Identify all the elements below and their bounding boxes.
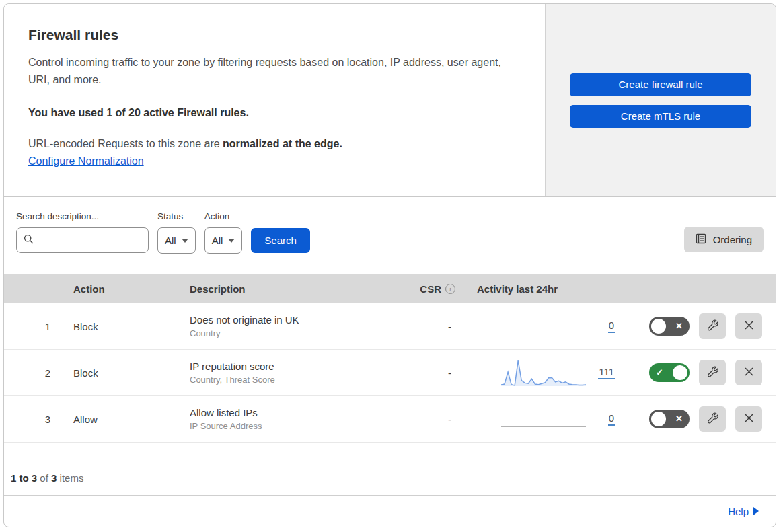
ordering-button[interactable]: Ordering xyxy=(684,227,764,252)
close-icon xyxy=(744,413,754,425)
rule-description: Does not originate in UK xyxy=(190,314,401,326)
rule-description-cell: IP reputation score Country, Threat Scor… xyxy=(179,360,401,385)
rule-number: 3 xyxy=(4,414,61,425)
delete-rule-button[interactable] xyxy=(735,360,762,385)
search-icon xyxy=(24,234,34,247)
enable-toggle[interactable]: ✕ xyxy=(649,410,690,428)
rule-criteria: Country, Threat Score xyxy=(190,375,401,385)
normalization-prefix: URL-encoded Requests to this zone are xyxy=(28,138,223,149)
list-document-icon xyxy=(696,233,706,246)
rule-action: Block xyxy=(61,367,179,379)
action-dropdown-value: All xyxy=(212,235,223,246)
page-description: Control incoming traffic to your zone by… xyxy=(28,54,518,89)
delete-rule-button[interactable] xyxy=(735,313,762,339)
chevron-down-icon xyxy=(182,239,188,243)
table-row: 1 Block Does not originate in UK Country… xyxy=(4,303,776,350)
rule-action: Allow xyxy=(61,414,179,425)
toggle-knob xyxy=(651,319,666,334)
rule-controls: ✓ xyxy=(640,360,776,385)
toggle-knob xyxy=(651,412,666,426)
wrench-icon xyxy=(707,412,718,426)
rule-number: 2 xyxy=(4,367,61,379)
toggle-state-icon: ✕ xyxy=(675,414,683,423)
activity-sparkline xyxy=(501,404,589,434)
pagination-text: 1 to 3 of 3 items xyxy=(11,472,83,484)
rule-description: Allow listed IPs xyxy=(190,407,401,418)
rule-description: IP reputation score xyxy=(190,360,401,372)
table-row: 2 Block IP reputation score Country, Thr… xyxy=(4,350,776,396)
rule-activity-cell: 0 xyxy=(472,311,640,341)
rule-criteria: IP Source Address xyxy=(190,421,401,431)
toggle-knob xyxy=(673,365,687,380)
search-input[interactable] xyxy=(38,235,141,245)
status-filter-group: Status All xyxy=(157,211,196,254)
search-label: Search description... xyxy=(16,211,149,221)
rule-activity-cell: 111 xyxy=(472,358,640,387)
create-mtls-rule-button[interactable]: Create mTLS rule xyxy=(570,105,751,128)
rule-criteria: Country xyxy=(190,328,401,338)
table-header: Action Description CSR i Activity last 2… xyxy=(4,274,776,303)
normalization-bold: normalized at the edge. xyxy=(223,138,342,149)
activity-count-link[interactable]: 0 xyxy=(608,412,615,426)
ordering-button-label: Ordering xyxy=(713,234,752,245)
activity-sparkline xyxy=(501,311,589,341)
rule-action: Block xyxy=(61,321,179,332)
configure-normalization-link[interactable]: Configure Normalization xyxy=(28,155,144,167)
wrench-icon xyxy=(707,366,718,379)
column-action: Action xyxy=(61,283,179,295)
help-link[interactable]: Help xyxy=(728,506,759,517)
status-dropdown-value: All xyxy=(165,235,176,246)
rule-controls: ✕ xyxy=(640,406,776,432)
column-activity: Activity last 24hr xyxy=(472,283,640,295)
header-text-block: Firewall rules Control incoming traffic … xyxy=(4,4,545,196)
rule-controls: ✕ xyxy=(640,313,776,339)
rule-description-cell: Does not originate in UK Country xyxy=(179,314,401,338)
status-dropdown[interactable]: All xyxy=(157,227,196,254)
pagination-range: 1 to 3 xyxy=(11,472,37,484)
pagination-items: items xyxy=(57,472,83,484)
header-section: Firewall rules Control incoming traffic … xyxy=(4,4,776,197)
normalization-notice: URL-encoded Requests to this zone are no… xyxy=(28,138,518,150)
activity-count-link[interactable]: 111 xyxy=(598,366,615,379)
chevron-down-icon xyxy=(228,239,235,243)
action-label: Action xyxy=(204,211,243,221)
action-filter-group: Action All xyxy=(204,211,243,254)
info-icon[interactable]: i xyxy=(445,284,455,294)
search-group: Search description... xyxy=(16,211,149,253)
enable-toggle[interactable]: ✓ xyxy=(649,363,690,382)
filter-bar: Search description... Status All Action … xyxy=(4,197,776,274)
table-row: 3 Allow Allow listed IPs IP Source Addre… xyxy=(4,396,776,443)
rule-csr: - xyxy=(401,367,472,379)
rule-description-cell: Allow listed IPs IP Source Address xyxy=(179,407,401,431)
close-icon xyxy=(744,367,754,379)
search-input-wrapper[interactable] xyxy=(16,227,149,253)
rule-csr: - xyxy=(401,414,472,425)
firewall-rules-card: Firewall rules Control incoming traffic … xyxy=(3,3,776,527)
arrow-right-icon xyxy=(753,507,759,515)
help-bar: Help xyxy=(4,496,776,527)
create-firewall-rule-button[interactable]: Create firewall rule xyxy=(570,73,751,96)
action-dropdown[interactable]: All xyxy=(204,227,243,254)
search-button[interactable]: Search xyxy=(251,228,310,253)
usage-notice: You have used 1 of 20 active Firewall ru… xyxy=(28,107,518,119)
rule-number: 1 xyxy=(4,321,61,332)
toggle-state-icon: ✓ xyxy=(656,368,663,377)
edit-rule-button[interactable] xyxy=(699,360,726,385)
page-title: Firewall rules xyxy=(28,27,518,43)
actions-panel: Create firewall rule Create mTLS rule xyxy=(545,4,776,196)
wrench-icon xyxy=(707,319,718,333)
column-csr-label: CSR xyxy=(420,283,441,295)
enable-toggle[interactable]: ✕ xyxy=(649,317,690,336)
rule-csr: - xyxy=(401,321,472,332)
close-icon xyxy=(744,320,754,332)
pagination-of: of xyxy=(37,472,51,484)
delete-rule-button[interactable] xyxy=(735,406,762,432)
column-description: Description xyxy=(179,283,401,295)
edit-rule-button[interactable] xyxy=(699,313,726,339)
activity-count-link[interactable]: 0 xyxy=(608,319,615,333)
edit-rule-button[interactable] xyxy=(699,406,726,432)
activity-sparkline xyxy=(501,358,589,387)
status-label: Status xyxy=(157,211,196,221)
pagination-footer: 1 to 3 of 3 items xyxy=(4,443,776,496)
help-link-label: Help xyxy=(728,506,749,517)
